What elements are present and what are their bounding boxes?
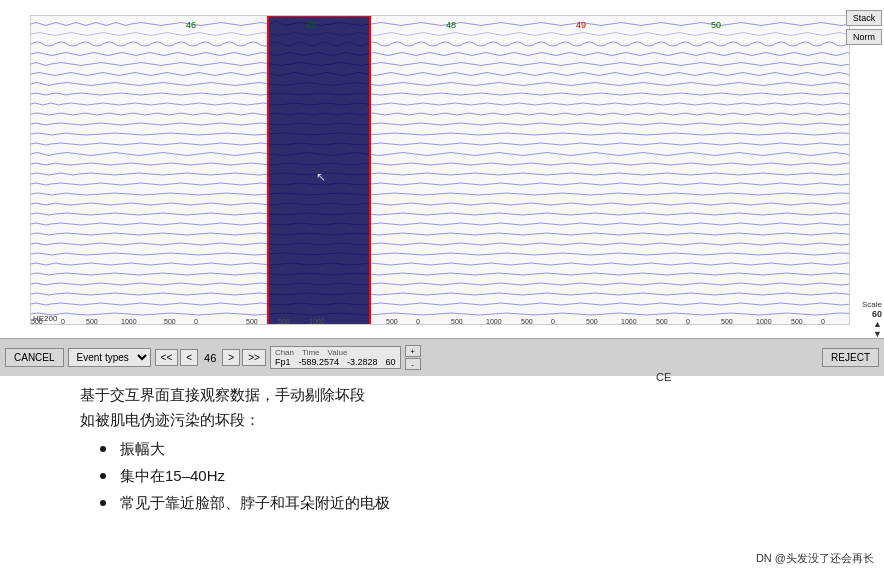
svg-text:500: 500: [246, 318, 258, 324]
scale-up[interactable]: ▲: [862, 319, 882, 329]
svg-text:1000: 1000: [621, 318, 637, 324]
chan-header: Chan: [275, 348, 294, 357]
list-item: 集中在15–40Hz: [100, 467, 864, 486]
watermark: DN @头发没了还会再长: [756, 551, 874, 566]
chan-value: Fp1: [275, 357, 291, 367]
svg-text:HE200: HE200: [33, 314, 58, 323]
prev-button[interactable]: <: [180, 349, 198, 366]
bullet-dot: [100, 500, 106, 506]
minus-button[interactable]: -: [405, 358, 421, 370]
eeg-viewer: ↖ 46 47 48 49 50 500 0 500 1000 500 0 50…: [0, 0, 884, 370]
scale-indicator: Scale 60 ▲ ▼: [862, 300, 882, 339]
svg-text:500: 500: [521, 318, 533, 324]
svg-text:500: 500: [164, 318, 176, 324]
svg-text:500: 500: [278, 318, 290, 324]
svg-text:0: 0: [821, 318, 825, 324]
bullet-text-2: 集中在15–40Hz: [120, 467, 225, 486]
svg-text:500: 500: [791, 318, 803, 324]
cancel-button[interactable]: CANCEL: [5, 348, 64, 367]
reject-button[interactable]: REJECT: [822, 348, 879, 367]
time-header: Time: [302, 348, 319, 357]
value-value: -3.2828: [347, 357, 378, 367]
svg-text:46: 46: [186, 20, 196, 30]
svg-text:1000: 1000: [486, 318, 502, 324]
svg-text:500: 500: [451, 318, 463, 324]
scale-label: Scale: [862, 300, 882, 309]
ce-label: CE: [656, 371, 671, 383]
svg-text:500: 500: [656, 318, 668, 324]
svg-text:1000: 1000: [756, 318, 772, 324]
text-content-area: 基于交互界面直接观察数据，手动剔除坏段 如被肌电伪迹污染的坏段： 振幅大 集中在…: [0, 376, 884, 574]
toolbar: CANCEL Event types << < 46 > >> Chan Tim…: [0, 338, 884, 376]
svg-text:↖: ↖: [316, 170, 326, 184]
svg-text:500: 500: [386, 318, 398, 324]
value-header: Value: [328, 348, 348, 357]
main-heading: 基于交互界面直接观察数据，手动剔除坏段: [80, 386, 864, 405]
plus-button[interactable]: +: [405, 345, 421, 357]
list-item: 振幅大: [100, 440, 864, 459]
svg-text:0: 0: [551, 318, 555, 324]
svg-text:50: 50: [711, 20, 721, 30]
bullet-list: 振幅大 集中在15–40Hz 常见于靠近脸部、脖子和耳朵附近的电极: [80, 440, 864, 513]
eeg-waveform-svg: ↖ 46 47 48 49 50 500 0 500 1000 500 0 50…: [31, 16, 849, 324]
list-item: 常见于靠近脸部、脖子和耳朵附近的电极: [100, 494, 864, 513]
right-controls-panel: Stack Norm: [846, 10, 882, 45]
current-epoch: 46: [200, 352, 220, 364]
svg-text:1000: 1000: [121, 318, 137, 324]
next-next-button[interactable]: >>: [242, 349, 266, 366]
chan-time-value-display: Chan Time Value Fp1 -589.2574 -3.2828 60: [270, 346, 401, 369]
plus-minus-controls: + -: [405, 345, 421, 370]
stack-button[interactable]: Stack: [846, 10, 882, 26]
scale-value: 60: [862, 309, 882, 319]
svg-text:1000: 1000: [309, 318, 325, 324]
svg-text:500: 500: [586, 318, 598, 324]
svg-text:0: 0: [61, 318, 65, 324]
svg-text:500: 500: [721, 318, 733, 324]
bullet-dot: [100, 446, 106, 452]
svg-text:0: 0: [416, 318, 420, 324]
svg-text:48: 48: [446, 20, 456, 30]
svg-text:0: 0: [686, 318, 690, 324]
norm-button[interactable]: Norm: [846, 29, 882, 45]
sub-heading: 如被肌电伪迹污染的坏段：: [80, 411, 864, 430]
bullet-dot: [100, 473, 106, 479]
svg-text:49: 49: [576, 20, 586, 30]
next-button[interactable]: >: [222, 349, 240, 366]
prev-prev-button[interactable]: <<: [155, 349, 179, 366]
svg-text:47: 47: [306, 20, 316, 30]
time-value: -589.2574: [298, 357, 339, 367]
event-types-select[interactable]: Event types: [68, 348, 151, 367]
bullet-text-1: 振幅大: [120, 440, 165, 459]
svg-rect-0: [31, 16, 849, 324]
extra-value: 60: [385, 357, 395, 367]
eeg-plot[interactable]: ↖ 46 47 48 49 50 500 0 500 1000 500 0 50…: [30, 15, 850, 325]
svg-text:0: 0: [194, 318, 198, 324]
nav-controls: << < 46 > >>: [155, 349, 266, 366]
bullet-text-3: 常见于靠近脸部、脖子和耳朵附近的电极: [120, 494, 390, 513]
svg-text:500: 500: [86, 318, 98, 324]
